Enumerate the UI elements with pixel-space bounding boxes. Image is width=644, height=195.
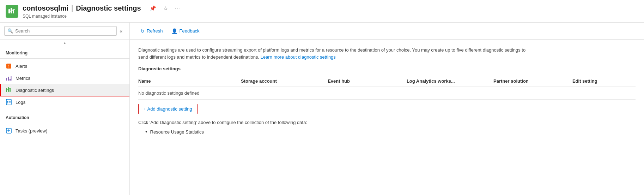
resource-name: contososqlmi: [23, 4, 68, 12]
sidebar-item-diagnostic-label: Diagnostic settings: [16, 88, 54, 93]
search-icon: 🔍: [7, 28, 13, 34]
sidebar-item-tasks[interactable]: Tasks (preview): [0, 125, 129, 137]
svg-rect-5: [6, 78, 7, 81]
diagnostic-settings-table: Name Storage account Event hub Log Analy…: [138, 76, 636, 100]
svg-text:!: !: [8, 64, 10, 68]
metrics-icon: [6, 75, 12, 81]
svg-rect-2: [13, 10, 14, 13]
sidebar-item-logs-label: Logs: [16, 100, 25, 105]
content-area: ↻ Refresh 👤 Feedback Diagnostic settings…: [130, 23, 644, 195]
collapse-button[interactable]: «: [117, 27, 125, 35]
col-header-name: Name: [138, 76, 241, 87]
svg-point-13: [7, 101, 8, 102]
col-header-storage-account: Storage account: [241, 76, 328, 87]
bullet-list: Resource Usage Statistics: [138, 129, 636, 135]
refresh-icon: ↻: [140, 28, 145, 34]
tasks-icon: [6, 128, 12, 134]
refresh-label: Refresh: [147, 28, 163, 34]
col-header-partner-solution: Partner solution: [493, 76, 572, 87]
page-title: Diagnostic settings: [76, 4, 141, 12]
add-diagnostic-setting-button[interactable]: + Add diagnostic setting: [138, 104, 198, 114]
sidebar-item-alerts[interactable]: ! Alerts: [0, 60, 129, 72]
diagnostic-settings-icon: [6, 87, 12, 93]
col-header-event-hub: Event hub: [328, 76, 407, 87]
feedback-label: Feedback: [180, 28, 200, 34]
svg-point-15: [7, 102, 8, 104]
table-empty-row: No diagnostic settings defined: [138, 87, 636, 100]
refresh-button[interactable]: ↻ Refresh: [137, 26, 166, 36]
monitoring-divider: [0, 58, 129, 59]
learn-more-link[interactable]: Learn more about diagnostic settings: [261, 54, 336, 60]
col-header-log-analytics: Log Analytics works...: [407, 76, 493, 87]
pin-button[interactable]: 📌: [148, 4, 158, 13]
add-setting-label: + Add diagnostic setting: [144, 106, 192, 112]
col-header-edit-setting: Edit setting: [572, 76, 636, 87]
app-icon: [6, 5, 18, 18]
svg-rect-6: [8, 77, 9, 81]
scroll-up-indicator: ▲: [0, 40, 129, 46]
bullet-item-label: Resource Usage Statistics: [150, 129, 204, 135]
search-input[interactable]: [15, 28, 114, 34]
search-box: 🔍: [4, 26, 117, 36]
feedback-icon: 👤: [171, 28, 177, 34]
sidebar-item-diagnostic-settings[interactable]: Diagnostic settings: [0, 84, 129, 96]
empty-message: No diagnostic settings defined: [138, 87, 636, 100]
svg-rect-11: [10, 89, 11, 92]
favorite-button[interactable]: ☆: [162, 4, 169, 13]
sidebar-section-monitoring-title: Monitoring: [0, 46, 129, 57]
title-separator: |: [71, 4, 73, 12]
sidebar-item-metrics-label: Metrics: [16, 76, 30, 81]
content-body: Diagnostic settings are used to configur…: [130, 40, 644, 143]
sidebar-item-alerts-label: Alerts: [16, 64, 27, 69]
svg-rect-12: [6, 99, 11, 105]
sidebar-section-monitoring: Monitoring ! Alerts Metrics: [0, 46, 129, 111]
logs-icon: [6, 99, 12, 105]
sidebar-item-tasks-label: Tasks (preview): [16, 128, 47, 134]
feedback-button[interactable]: 👤 Feedback: [168, 26, 203, 36]
svg-rect-8: [11, 76, 12, 81]
list-item: Resource Usage Statistics: [145, 129, 636, 135]
sidebar-item-metrics[interactable]: Metrics: [0, 72, 129, 84]
automation-divider: [0, 123, 129, 123]
sidebar: 🔍 « ▲ Monitoring ! Alerts: [0, 23, 130, 195]
click-instruction: Click 'Add Diagnostic setting' above to …: [138, 120, 636, 125]
sidebar-item-logs[interactable]: Logs: [0, 96, 129, 108]
toolbar: ↻ Refresh 👤 Feedback: [130, 23, 644, 40]
sidebar-section-automation-title: Automation: [0, 111, 129, 122]
more-button[interactable]: ···: [174, 4, 183, 13]
sidebar-section-automation: Automation Tasks (preview): [0, 111, 129, 140]
diagnostic-settings-section-title: Diagnostic settings: [138, 66, 636, 71]
svg-rect-7: [10, 79, 11, 81]
alerts-icon: !: [6, 63, 12, 69]
resource-subtitle: SQL managed instance: [23, 14, 638, 19]
description-text: Diagnostic settings are used to configur…: [138, 47, 526, 60]
